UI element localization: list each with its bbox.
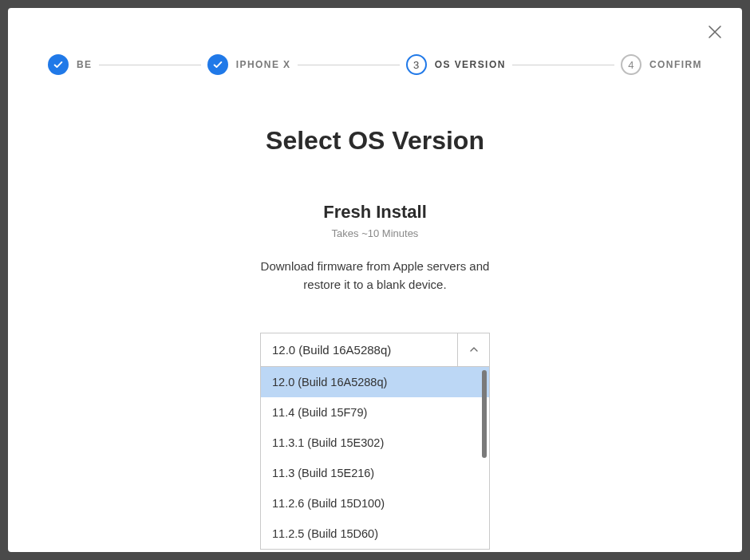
- modal-dialog: BE IPHONE X 3 OS VERSION 4 CONFIRM Selec…: [8, 8, 742, 552]
- step-iphone-x: IPHONE X: [207, 54, 291, 75]
- chevron-up-icon: [469, 345, 479, 354]
- step-done-icon: [48, 54, 69, 75]
- step-connector: [512, 65, 614, 65]
- step-pending-number: 4: [621, 54, 641, 75]
- step-done-icon: [207, 54, 228, 75]
- dropdown-option[interactable]: 11.2.5 (Build 15D60): [261, 519, 489, 549]
- dropdown-option[interactable]: 12.0 (Build 16A5288q): [261, 367, 489, 397]
- close-icon: [705, 22, 724, 41]
- step-connector: [298, 65, 400, 65]
- description-line: Download firmware from Apple servers and: [261, 259, 490, 273]
- dropdown-caret-button[interactable]: [457, 333, 489, 366]
- dropdown-option[interactable]: 11.3.1 (Build 15E302): [261, 428, 489, 458]
- dropdown-option[interactable]: 11.3 (Build 15E216): [261, 458, 489, 488]
- step-connector: [99, 65, 201, 65]
- step-label: BE: [77, 59, 93, 70]
- description-line: restore it to a blank device.: [303, 278, 446, 291]
- os-version-dropdown: 12.0 (Build 16A5288q) 12.0 (Build 16A528…: [260, 333, 490, 550]
- dropdown-selected-value: 12.0 (Build 16A5288q): [261, 333, 457, 366]
- step-current-number: 3: [406, 54, 427, 75]
- step-confirm: 4 CONFIRM: [621, 54, 702, 75]
- step-be: BE: [48, 54, 93, 75]
- step-label: IPHONE X: [236, 59, 291, 70]
- dropdown-option[interactable]: 11.2.6 (Build 15D100): [261, 488, 489, 519]
- step-label: CONFIRM: [649, 59, 702, 70]
- scrollbar-thumb[interactable]: [482, 370, 487, 458]
- section-note: Takes ~10 Minutes: [40, 227, 710, 239]
- section-description: Download firmware from Apple servers and…: [40, 257, 710, 294]
- step-label: OS VERSION: [435, 59, 506, 70]
- dropdown-option[interactable]: 11.4 (Build 15F79): [261, 397, 489, 428]
- dropdown-list: 12.0 (Build 16A5288q) 11.4 (Build 15F79)…: [260, 367, 490, 550]
- dropdown-trigger[interactable]: 12.0 (Build 16A5288q): [260, 333, 490, 367]
- section-title: Fresh Install: [40, 202, 710, 223]
- step-os-version: 3 OS VERSION: [406, 54, 506, 75]
- page-title: Select OS Version: [40, 126, 710, 156]
- close-button[interactable]: [705, 22, 724, 41]
- check-icon: [212, 59, 223, 70]
- check-icon: [53, 59, 64, 70]
- stepper: BE IPHONE X 3 OS VERSION 4 CONFIRM: [40, 30, 710, 75]
